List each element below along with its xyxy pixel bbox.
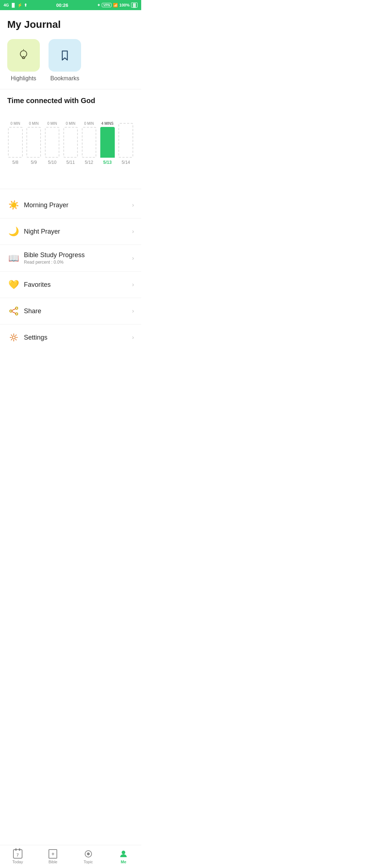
favorites-label: Favorites — [24, 281, 132, 289]
settings-text: Settings — [24, 334, 132, 341]
night-prayer-item[interactable]: 🌙 Night Prayer › — [0, 218, 141, 245]
highlights-icon-box — [7, 39, 40, 72]
time-section-title: Time connected with God — [7, 97, 134, 105]
bar-chart: 0 MIN 5/8 0 MIN 5/9 0 MIN 5/10 0 MIN 5/1… — [7, 111, 134, 183]
settings-icon — [7, 331, 20, 344]
share-icon — [7, 305, 20, 318]
list-section: ☀️ Morning Prayer › 🌙 Night Prayer › 📖 B… — [0, 189, 141, 353]
bar-col-2: 0 MIN 5/9 — [26, 122, 42, 165]
svg-line-7 — [12, 309, 16, 311]
night-prayer-chevron: › — [132, 228, 134, 235]
highlights-card[interactable]: Highlights — [7, 39, 40, 82]
lightbulb-icon — [16, 48, 31, 63]
morning-prayer-icon: ☀️ — [7, 199, 20, 212]
bar-min-3: 0 MIN — [47, 122, 57, 125]
bar-empty-4 — [63, 127, 78, 158]
bar-empty-3 — [45, 127, 59, 158]
bar-empty-7 — [118, 123, 133, 158]
svg-point-5 — [10, 310, 12, 312]
morning-prayer-item[interactable]: ☀️ Morning Prayer › — [0, 192, 141, 218]
vpn-badge: VPN — [102, 3, 112, 7]
night-prayer-icon: 🌙 — [7, 225, 20, 238]
status-right: ✦ VPN 📶 100% ▓ — [97, 3, 138, 8]
bar-col-5: 0 MIN 5/12 — [81, 122, 97, 165]
settings-label: Settings — [24, 334, 132, 341]
page-header: My Journal — [0, 10, 141, 35]
bar-date-3: 5/10 — [48, 160, 56, 165]
bar-min-2: 0 MIN — [29, 122, 39, 125]
page-title: My Journal — [7, 19, 134, 30]
notification-icon: ⬆ — [24, 3, 27, 8]
bar-date-7: 5/14 — [122, 160, 130, 165]
bar-date-6: 5/13 — [103, 160, 112, 165]
morning-prayer-chevron: › — [132, 202, 134, 208]
favorites-text: Favorites — [24, 281, 132, 289]
svg-line-8 — [12, 312, 16, 314]
share-item[interactable]: Share › — [0, 298, 141, 324]
morning-prayer-text: Morning Prayer — [24, 201, 132, 209]
bible-study-chevron: › — [132, 255, 134, 261]
svg-point-4 — [16, 307, 18, 309]
status-left: 4G ▐▌ ⚡ ⬆ — [4, 3, 27, 8]
bookmarks-card[interactable]: Bookmarks — [49, 39, 81, 82]
battery-icon: ▓ — [131, 3, 138, 8]
battery-label: 100% — [119, 3, 130, 7]
usb-icon: ⚡ — [17, 3, 22, 8]
status-time: 00:26 — [56, 3, 68, 8]
bar-min-1: 0 MIN — [10, 122, 20, 125]
favorites-icon: 💛 — [7, 278, 20, 291]
bar-date-5: 5/12 — [85, 160, 93, 165]
share-label: Share — [24, 307, 132, 315]
wifi-icon: 📶 — [113, 3, 118, 8]
favorites-item[interactable]: 💛 Favorites › — [0, 272, 141, 298]
bar-col-6: 4 MINS 5/13 — [99, 122, 115, 165]
svg-point-6 — [16, 313, 18, 315]
bar-empty-1 — [8, 127, 22, 158]
bookmarks-icon-box — [49, 39, 81, 72]
bar-date-4: 5/11 — [66, 160, 75, 165]
settings-chevron: › — [132, 334, 134, 341]
bar-min-5: 0 MIN — [84, 122, 94, 125]
bar-col-3: 0 MIN 5/10 — [44, 122, 60, 165]
bar-min-4: 0 MIN — [66, 122, 76, 125]
bar-col-1: 0 MIN 5/8 — [7, 122, 24, 165]
night-prayer-label: Night Prayer — [24, 228, 132, 235]
bible-study-label: Bible Study Progress — [24, 251, 132, 259]
bar-col-4: 0 MIN 5/11 — [63, 122, 79, 165]
bookmarks-label: Bookmarks — [50, 75, 79, 82]
status-bar: 4G ▐▌ ⚡ ⬆ 00:26 ✦ VPN 📶 100% ▓ — [0, 0, 141, 10]
wifi-signal: ▐▌ — [10, 3, 16, 7]
bar-date-2: 5/9 — [31, 160, 37, 165]
time-section: Time connected with God 0 MIN 5/8 0 MIN … — [0, 89, 141, 189]
bible-study-icon: 📖 — [7, 252, 20, 265]
bar-date-1: 5/8 — [12, 160, 18, 165]
bluetooth-icon: ✦ — [97, 3, 100, 8]
share-text: Share — [24, 307, 132, 315]
signal-icon: 4G — [4, 3, 9, 7]
share-chevron: › — [132, 308, 134, 314]
bar-fill-6 — [100, 127, 115, 158]
night-prayer-text: Night Prayer — [24, 228, 132, 235]
bookmark-icon — [58, 48, 72, 63]
settings-item[interactable]: Settings › — [0, 324, 141, 350]
favorites-chevron: › — [132, 281, 134, 288]
morning-prayer-label: Morning Prayer — [24, 201, 132, 209]
bible-study-item[interactable]: 📖 Bible Study Progress Read percent : 0.… — [0, 245, 141, 272]
bible-study-text: Bible Study Progress Read percent : 0.0% — [24, 251, 132, 265]
bible-study-sub: Read percent : 0.0% — [24, 260, 132, 265]
journal-cards: Highlights Bookmarks — [0, 35, 141, 89]
svg-point-9 — [12, 336, 15, 339]
bar-label-top-6: 4 MINS — [101, 122, 113, 125]
bar-col-7: 5/14 — [118, 122, 134, 165]
bar-empty-2 — [26, 127, 41, 158]
bar-empty-5 — [82, 127, 96, 158]
highlights-label: Highlights — [11, 75, 36, 82]
